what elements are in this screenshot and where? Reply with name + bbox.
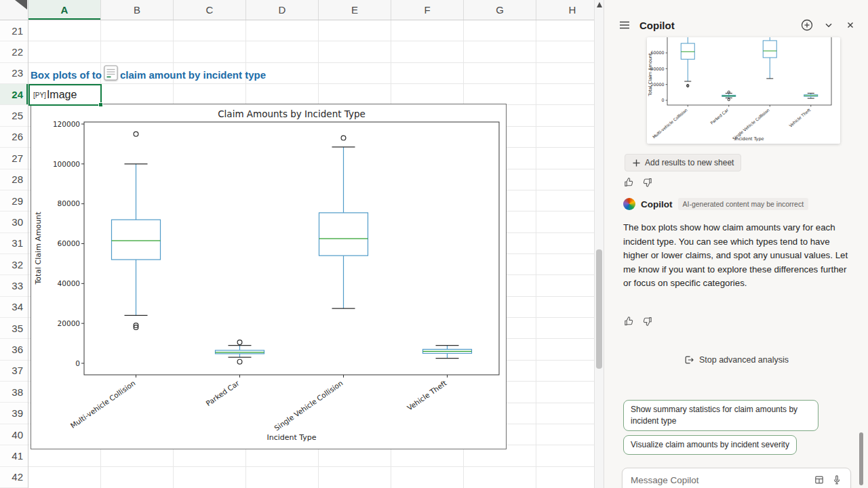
active-cell-a24[interactable]: [PY] Image [28,84,102,106]
message-copilot-input[interactable] [631,475,814,485]
python-card-icon[interactable] [104,65,118,81]
row-header-25[interactable]: 25 [0,105,28,126]
gridline [28,41,594,41]
sender-name: Copilot [641,199,673,209]
svg-text:Parked Car: Parked Car [204,378,241,407]
row-header-35[interactable]: 35 [0,318,28,339]
svg-text:Total Claim Amount: Total Claim Amount [34,211,43,285]
row-header-30[interactable]: 30 [0,211,28,232]
svg-text:120000: 120000 [53,120,80,128]
column-header-g[interactable]: G [464,0,536,20]
feedback-row-2 [623,316,653,329]
row-header-23[interactable]: 23 [0,63,28,84]
thumbs-up-icon[interactable] [623,177,634,190]
row-headers: 2122232425262728293031323334353637383940… [0,20,28,488]
row-header-26[interactable]: 26 [0,127,28,148]
svg-text:Single Vehicle Collision: Single Vehicle Collision [273,379,344,432]
row-header-27[interactable]: 27 [0,148,28,169]
row-header-34[interactable]: 34 [0,297,28,318]
copilot-header: Copilot [616,16,859,34]
suggestion-chip-2[interactable]: Visualize claim amounts by incident seve… [623,435,797,455]
column-header-e[interactable]: E [319,0,391,20]
excel-app: ABCDEFGH 2122232425262728293031323334353… [0,0,868,488]
row-header-39[interactable]: 39 [0,403,28,424]
copilot-input-box[interactable] [622,468,851,488]
row-header-38[interactable]: 38 [0,382,28,403]
svg-text:Parked Car: Parked Car [709,107,730,125]
python-cell-badge: [PY] [33,92,46,99]
row-header-28[interactable]: 28 [0,169,28,190]
mini-boxplot-svg: 0200004000060000Total Claim AmountIncide… [647,37,840,144]
boxplot-svg: Claim Amounts by Incident Type0200004000… [31,104,506,449]
row-header-41[interactable]: 41 [0,445,28,466]
gridline [28,466,594,467]
column-header-a[interactable]: A [28,0,101,20]
new-chat-icon[interactable] [799,17,815,33]
stop-advanced-analysis-label: Stop advanced analysis [699,355,789,365]
result-chart-thumbnail[interactable]: 0200004000060000Total Claim AmountIncide… [647,37,840,144]
feedback-row-1 [623,177,653,190]
sheet-scrollbar[interactable] [594,0,604,488]
svg-text:20000: 20000 [58,319,80,327]
chevron-down-icon[interactable] [821,17,837,33]
svg-text:Vehicle Theft: Vehicle Theft [788,107,812,128]
title-text-right: claim amount by incident type [120,69,266,81]
svg-text:0: 0 [661,98,664,102]
column-header-c[interactable]: C [174,0,246,20]
thumbs-down-icon[interactable] [642,316,653,329]
svg-text:80000: 80000 [58,199,80,207]
row-header-31[interactable]: 31 [0,233,28,254]
row-header-42[interactable]: 42 [0,467,28,488]
cell-b23-title: Box plots of to claim amount by incident… [31,64,266,85]
column-header-b[interactable]: B [101,0,174,20]
thumbs-up-icon[interactable] [623,316,634,329]
row-header-40[interactable]: 40 [0,424,28,445]
microphone-icon[interactable] [831,474,842,488]
column-header-d[interactable]: D [246,0,319,20]
svg-text:Incident Type: Incident Type [267,433,316,442]
row-header-21[interactable]: 21 [0,20,28,41]
title-text-left: Box plots of to [31,69,102,81]
stop-advanced-analysis-button[interactable]: Stop advanced analysis [604,354,868,365]
active-cell-value: Image [47,89,77,101]
column-header-h[interactable]: H [536,0,594,20]
close-icon[interactable] [842,17,859,33]
gridline [536,20,536,488]
row-header-24[interactable]: 24 [0,84,28,105]
svg-text:Vehicle Theft: Vehicle Theft [406,379,448,412]
svg-text:0: 0 [75,359,80,367]
row-header-22[interactable]: 22 [0,41,28,62]
svg-text:Multi-vehicle Collision: Multi-vehicle Collision [652,107,689,139]
ai-disclaimer-badge: AI-generated content may be incorrect [678,198,809,210]
add-results-label: Add results to new sheet [645,158,734,167]
svg-text:Total Claim Amount: Total Claim Amount [648,53,653,97]
suggestion-chip-1[interactable]: Show summary statistics for claim amount… [623,400,818,431]
table-icon[interactable] [814,474,825,488]
stop-exit-icon [684,354,694,365]
row-header-29[interactable]: 29 [0,190,28,211]
select-all-triangle [0,0,27,19]
row-header-32[interactable]: 32 [0,254,28,275]
svg-text:100000: 100000 [53,160,80,168]
thumbs-down-icon[interactable] [642,177,653,190]
copilot-attribution: Copilot AI-generated content may be inco… [623,198,808,210]
svg-text:40000: 40000 [58,279,80,287]
row-header-36[interactable]: 36 [0,339,28,360]
select-all-corner[interactable] [0,0,28,20]
row-header-33[interactable]: 33 [0,275,28,296]
copilot-panel: Copilot 020000 [604,0,868,488]
copilot-scrollbar-thumb[interactable] [859,432,863,485]
svg-text:Claim Amounts by Incident Type: Claim Amounts by Incident Type [218,108,366,119]
embedded-boxplot-chart[interactable]: Claim Amounts by Incident Type0200004000… [31,104,507,449]
add-results-button[interactable]: Add results to new sheet [625,154,741,171]
copilot-title: Copilot [639,20,675,31]
svg-text:Multi-vehicle Collision: Multi-vehicle Collision [68,379,136,430]
fill-handle[interactable] [98,102,103,107]
scroll-up-arrow-icon[interactable] [597,2,602,7]
column-header-f[interactable]: F [391,0,464,20]
sheet-grid[interactable]: Box plots of to claim amount by incident… [28,20,594,488]
row-header-37[interactable]: 37 [0,361,28,382]
menu-icon[interactable] [616,17,633,33]
svg-text:60000: 60000 [58,239,80,247]
sheet-scrollbar-thumb[interactable] [596,249,602,369]
